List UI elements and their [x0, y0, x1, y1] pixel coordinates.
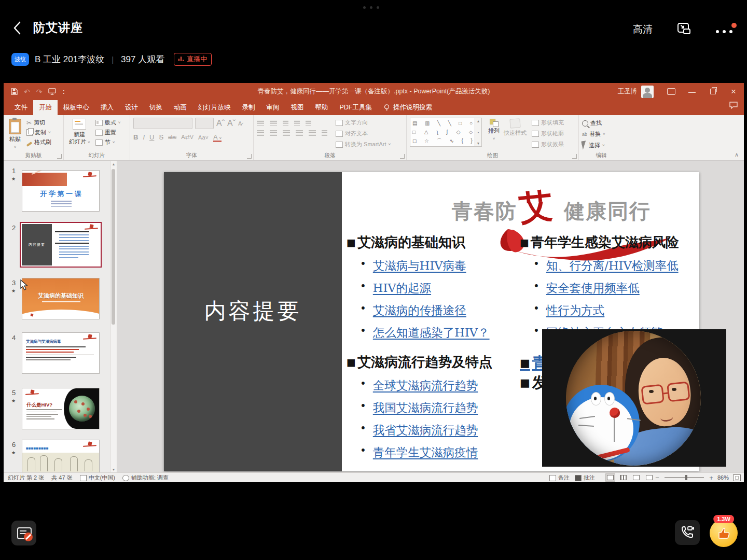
- tab-file[interactable]: 文件: [9, 100, 33, 115]
- scroll-down-icon[interactable]: ▼: [110, 468, 117, 471]
- font-color-button[interactable]: A ˅: [213, 133, 222, 141]
- dialog-launcher-icon[interactable]: [572, 154, 577, 159]
- shapes-gallery-scroll[interactable]: ▲▪▼: [475, 118, 482, 147]
- thumbnail-slide-1[interactable]: 开 学 第 一 课: [22, 170, 100, 212]
- channel-badge[interactable]: 波纹: [11, 53, 29, 66]
- minimize-button[interactable]: —: [682, 83, 702, 100]
- bullets-icon[interactable]: [257, 120, 264, 125]
- new-slide-button[interactable]: 新建幻灯片 ˅: [67, 118, 92, 147]
- tab-pdf-tools[interactable]: PDF工具集: [334, 100, 378, 115]
- distribute-icon[interactable]: [322, 130, 327, 136]
- ribbon-display-button[interactable]: [661, 83, 682, 100]
- section-button[interactable]: 节 ˅: [95, 138, 121, 146]
- undo-icon[interactable]: ↶: [24, 88, 30, 96]
- grow-font-icon[interactable]: Aˆ: [216, 119, 225, 128]
- notes-button[interactable]: 备注: [558, 474, 570, 482]
- replace-button[interactable]: ab替换 ˅: [582, 130, 620, 138]
- tab-template-center[interactable]: 模板中心: [58, 100, 95, 115]
- justify-icon[interactable]: [296, 130, 303, 136]
- tab-view[interactable]: 视图: [285, 100, 310, 115]
- chat-disabled-button[interactable]: [11, 521, 36, 545]
- accessibility-status[interactable]: 辅助功能: 调查: [131, 474, 169, 482]
- tab-slideshow[interactable]: 幻灯片放映: [192, 100, 237, 115]
- shape-effects-button[interactable]: 形状效果: [532, 141, 564, 148]
- tab-insert[interactable]: 插入: [95, 100, 119, 115]
- char-spacing-button[interactable]: A⇄V: [181, 134, 193, 141]
- slideshow-icon[interactable]: [48, 88, 56, 95]
- thumbnail-slide-6[interactable]: ■■■■■■■■■: [22, 440, 100, 473]
- thumbnail-slide-5[interactable]: 什么是HIV?: [22, 388, 100, 429]
- shrink-font-icon[interactable]: Aˇ: [227, 119, 236, 128]
- tell-me-search[interactable]: 操作说明搜索: [378, 100, 438, 115]
- format-painter-button[interactable]: 格式刷: [26, 138, 51, 146]
- strikethrough-button[interactable]: S: [159, 133, 163, 141]
- decrease-indent-icon[interactable]: [283, 120, 288, 125]
- shape-outline-button[interactable]: 形状轮廓: [532, 130, 564, 137]
- more-menu-button[interactable]: [716, 26, 732, 33]
- thumbnail-slide-2-selected[interactable]: 内容提要: [20, 222, 102, 268]
- restore-button[interactable]: [702, 83, 723, 100]
- bold-button[interactable]: B: [133, 133, 138, 141]
- align-left-icon[interactable]: [257, 130, 264, 136]
- font-name-combo[interactable]: [133, 118, 192, 129]
- spellcheck-icon[interactable]: [80, 475, 87, 481]
- zoom-in-button[interactable]: +: [708, 474, 714, 482]
- layout-button[interactable]: 版式 ˅: [95, 119, 121, 127]
- font-size-combo[interactable]: [195, 118, 214, 129]
- arrange-button[interactable]: 排列˅: [486, 118, 502, 143]
- collapse-ribbon-icon[interactable]: ∧: [735, 151, 739, 158]
- reset-button[interactable]: 重置: [95, 129, 121, 136]
- paste-button[interactable]: 粘贴˅: [7, 118, 23, 151]
- tab-record[interactable]: 录制: [237, 100, 261, 115]
- italic-button[interactable]: I: [143, 133, 145, 141]
- pip-button[interactable]: [676, 21, 692, 38]
- select-button[interactable]: 选择 ˅: [582, 141, 620, 149]
- tab-transitions[interactable]: 切换: [144, 100, 168, 115]
- thumbnail-scrollbar[interactable]: ▲ ▼: [110, 161, 117, 473]
- reading-view-button[interactable]: [631, 473, 641, 482]
- scrollbar-thumb[interactable]: [112, 169, 115, 325]
- zoom-out-button[interactable]: −: [654, 474, 660, 482]
- redo-icon[interactable]: ↷: [36, 88, 43, 96]
- close-button[interactable]: ×: [723, 83, 744, 100]
- zoom-slider[interactable]: [665, 477, 704, 478]
- tab-help[interactable]: 帮助: [310, 100, 334, 115]
- underline-button[interactable]: U: [149, 133, 154, 141]
- tab-design[interactable]: 设计: [119, 100, 144, 115]
- quality-button[interactable]: 高清: [633, 23, 653, 36]
- zoom-slider-thumb[interactable]: [685, 475, 687, 480]
- find-button[interactable]: 查找: [582, 119, 620, 127]
- tab-review[interactable]: 审阅: [261, 100, 285, 115]
- like-button[interactable]: 1.3W: [710, 519, 738, 547]
- smartart-button[interactable]: 转换为 SmartArt ˅: [336, 141, 391, 148]
- shapes-gallery[interactable]: ▤▥╲╲□○ □△ʅʃ◇⬦ ◻☆⌒∿{}: [410, 118, 475, 147]
- dialog-launcher-icon[interactable]: [247, 154, 252, 159]
- clear-format-icon[interactable]: A̷: [238, 120, 242, 127]
- copy-button[interactable]: 复制˅: [26, 129, 51, 136]
- align-text-button[interactable]: 对齐文本: [336, 130, 391, 137]
- dialog-launcher-icon[interactable]: [57, 154, 62, 159]
- shape-fill-button[interactable]: 形状填充: [532, 119, 564, 127]
- video-call-button[interactable]: [675, 520, 700, 545]
- align-center-icon[interactable]: [270, 130, 277, 136]
- tab-home[interactable]: 开始: [33, 100, 58, 115]
- shadow-button[interactable]: abc: [168, 134, 176, 140]
- zoom-level[interactable]: 86%: [717, 474, 729, 481]
- align-right-icon[interactable]: [283, 130, 290, 136]
- qat-more-icon[interactable]: :: [62, 88, 64, 95]
- thumbnail-slide-3[interactable]: 艾滋病的基础知识: [22, 278, 100, 319]
- columns-icon[interactable]: [309, 130, 316, 136]
- language-status[interactable]: 中文(中国): [89, 474, 115, 482]
- change-case-button[interactable]: Aa˅: [198, 134, 209, 141]
- scroll-up-icon[interactable]: ▲: [110, 162, 117, 166]
- tab-animations[interactable]: 动画: [168, 100, 192, 115]
- thumbnail-slide-4[interactable]: 艾滋病与艾滋病病毒: [22, 332, 100, 374]
- fit-slide-button[interactable]: [733, 474, 741, 481]
- normal-view-button[interactable]: [605, 473, 615, 482]
- quick-styles-button[interactable]: 快速样式: [502, 118, 529, 138]
- comments-panel-icon[interactable]: [729, 102, 738, 109]
- save-icon[interactable]: [11, 88, 18, 95]
- text-direction-button[interactable]: 文字方向: [336, 119, 391, 127]
- presenter-webcam[interactable]: [542, 329, 726, 467]
- line-spacing-icon[interactable]: [306, 120, 311, 125]
